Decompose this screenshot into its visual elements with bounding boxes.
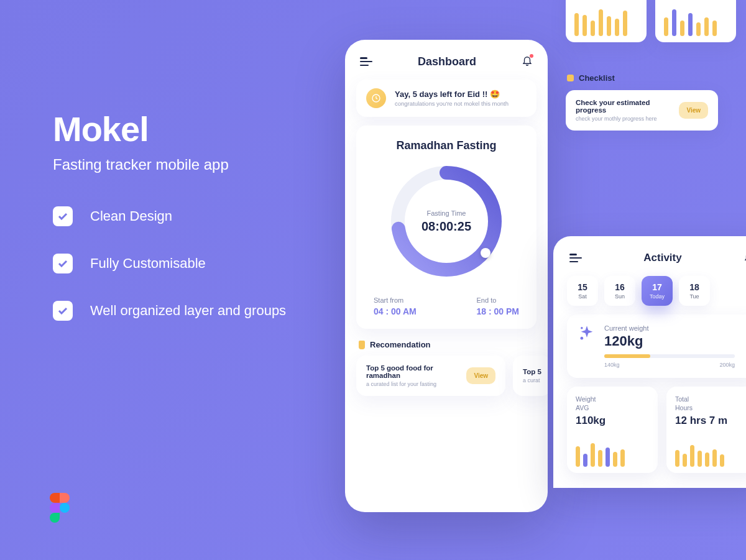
end-label: End to [477,296,519,304]
stat-value: 110kg [576,415,649,427]
feature-item: Clean Design [53,206,286,226]
clock-icon [366,88,386,108]
section-title: Recomendation [370,340,431,349]
rec-title: Top 5 good food for ramadhan [366,364,460,379]
notification-icon[interactable] [522,55,533,68]
weight-card: Current weight 120kg 140kg 200kg [567,314,746,378]
start-value: 04 : 00 AM [374,306,417,316]
ring-knob[interactable] [481,248,490,258]
date-pill[interactable]: 15Sat [567,276,598,306]
alert-subtitle: congratulations you're not mokel this mo… [395,100,509,107]
svg-point-5 [581,327,583,329]
page-title: Dashboard [418,55,476,68]
checkbox-icon [567,75,574,81]
section-title: Checklist [579,73,615,83]
weight-min: 140kg [604,362,620,368]
menu-icon[interactable] [360,57,372,66]
brand-title: Mokel [53,109,286,149]
stat-value: 12 hrs 7 m [675,415,746,427]
ring-title: Ramadhan Fasting [369,139,524,152]
weight-progress [604,354,735,358]
stat-card-weight-avg: Weight AVG 110kg [567,387,658,473]
recommendation-card[interactable]: Top 5 a curat [513,356,548,396]
view-button[interactable]: View [466,367,495,384]
alert-title: Yay, 5 days left for Eid !! 🤩 [395,90,509,99]
mini-chart-1 [566,0,647,42]
menu-icon[interactable] [569,254,582,262]
check-icon [53,206,73,226]
feature-label: Clean Design [90,208,172,224]
ribbon-icon [359,341,365,349]
feature-label: Fully Customisable [90,255,206,272]
rec-title: Top 5 [523,368,541,375]
rec-subtitle: a curat [523,377,541,383]
checklist-header: Checklist [567,73,746,83]
feature-item: Well organized layer and groups [53,301,286,321]
mini-chart-2 [655,0,736,42]
checklist-subtitle: check your mothly progress here [576,116,671,122]
check-icon [53,301,73,321]
check-icon [53,254,73,273]
alert-card: Yay, 5 days left for Eid !! 🤩 congratula… [356,80,536,117]
phone-dashboard: Dashboard Yay, 5 days left for Eid !! 🤩 … [345,40,548,512]
checklist-card[interactable]: Check your estimated progress check your… [566,90,718,131]
page-title: Activity [643,252,681,264]
checklist-title: Check your estimated progress [576,99,671,114]
activity-panel: Activity 15Sat16Sun17Today18Tue Current … [553,236,746,488]
date-pill[interactable]: 17Today [642,276,673,306]
feature-item: Fully Customisable [53,254,286,273]
stat-label: Weight AVG [576,395,649,412]
notification-icon[interactable] [744,251,746,265]
feature-label: Well organized layer and groups [90,303,286,319]
weight-value: 120kg [604,333,746,349]
stat-card-total-hours: Total Hours 12 hrs 7 m [666,387,746,473]
date-pill[interactable]: 18Tue [679,276,710,306]
brand-subtitle: Fasting tracker mobile app [53,154,264,175]
marketing-panel: Mokel Fasting tracker mobile app Clean D… [53,109,286,348]
figma-logo-icon [50,493,70,525]
svg-point-4 [581,337,584,340]
view-button[interactable]: View [679,102,708,119]
svg-point-0 [60,503,70,513]
stat-label: Total Hours [675,395,746,412]
recommendation-header: Recomendation [359,340,536,349]
weight-label: Current weight [604,324,746,332]
start-label: Start from [374,296,417,304]
sparkle-icon [578,324,596,344]
end-value: 18 : 00 PM [477,306,519,316]
ring-label: Fasting Time [427,209,466,217]
date-pill[interactable]: 16Sun [604,276,635,306]
recommendation-card[interactable]: Top 5 good food for ramadhan a curated l… [356,356,505,396]
fasting-ring-card: Ramadhan Fasting Fasting Time 08:00:25 [356,126,536,329]
rec-subtitle: a curated list for your fasting [366,381,460,387]
weight-max: 200kg [719,362,735,368]
ring-time: 08:00:25 [421,219,471,234]
